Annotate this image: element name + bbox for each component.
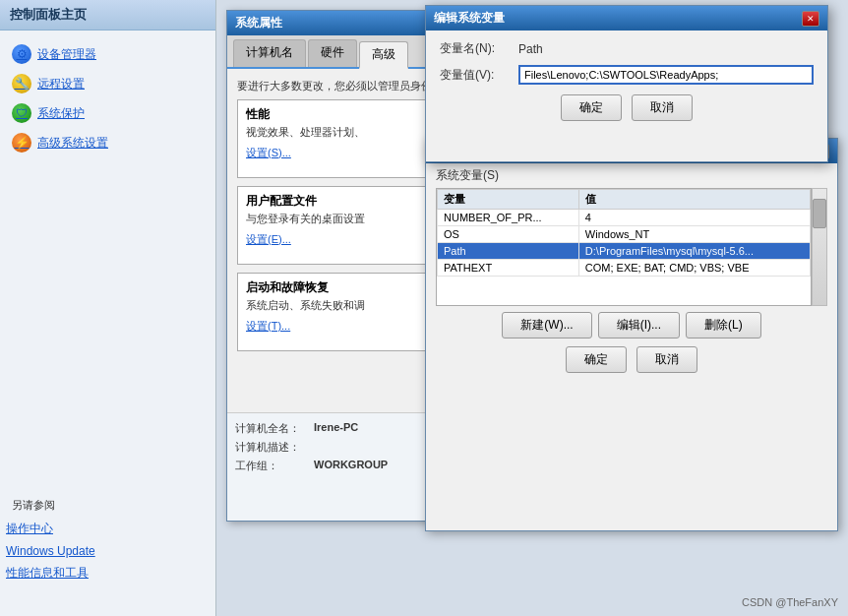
tab-hardware[interactable]: 硬件 <box>308 39 357 67</box>
sidebar-item-advanced[interactable]: ⚡ 高级系统设置 <box>6 129 210 156</box>
sys-var-table: 变量 值 NUMBER_OF_PR... 4 OS Windows_NT Pat… <box>437 189 811 277</box>
startup-link[interactable]: 设置(T)... <box>246 320 290 332</box>
var-value: 4 <box>578 210 810 226</box>
edit-ok-button[interactable]: 确定 <box>561 94 622 121</box>
var-name-row: 变量名(N): Path <box>440 40 814 57</box>
var-table-wrapper: 变量 值 NUMBER_OF_PR... 4 OS Windows_NT Pat… <box>436 188 827 306</box>
fullname-value: Irene-PC <box>314 421 358 436</box>
table-row[interactable]: NUMBER_OF_PR... 4 <box>438 210 811 226</box>
table-row[interactable]: OS Windows_NT <box>438 226 811 243</box>
edit-variable-dialog: 编辑系统变量 ✕ 变量名(N): Path 变量值(V): 确定 取消 <box>425 5 828 162</box>
link-performance[interactable]: 性能信息和工具 <box>6 563 95 584</box>
workgroup-value: WORKGROUP <box>314 459 388 473</box>
var-value-input[interactable] <box>518 65 814 85</box>
sys-prop-title: 系统属性 <box>235 15 282 31</box>
table-row[interactable]: PATHEXT COM; EXE; BAT; CMD; VBS; VBE <box>438 260 811 277</box>
table-scrollbar[interactable] <box>812 188 827 306</box>
col-variable: 变量 <box>438 190 579 210</box>
fullname-label: 计算机全名： <box>235 421 314 436</box>
var-value: COM; EXE; BAT; CMD; VBS; VBE <box>578 260 810 277</box>
cp-header: 控制面板主页 <box>0 0 215 31</box>
edit-var-titlebar: 编辑系统变量 ✕ <box>426 6 827 31</box>
cp-bottom-links: 另请参阅 操作中心 Windows Update 性能信息和工具 <box>6 490 95 586</box>
advanced-icon: ⚡ <box>12 133 31 153</box>
edit-cancel-button[interactable]: 取消 <box>632 94 693 121</box>
system-variables-window: 系统变量 _ □ ✕ 系统变量(S) 变量 值 NUMBER_OF_PR... … <box>425 138 838 531</box>
edit-button[interactable]: 编辑(I)... <box>598 312 680 339</box>
new-button[interactable]: 新建(W)... <box>502 312 591 339</box>
tab-advanced[interactable]: 高级 <box>359 41 408 69</box>
user-profile-link[interactable]: 设置(E)... <box>246 233 291 245</box>
sys-var-action-buttons: 新建(W)... 编辑(I)... 删除(L) <box>436 312 827 339</box>
sidebar-item-protection[interactable]: 🛡 系统保护 <box>6 99 210 127</box>
sidebar-item-label: 设备管理器 <box>37 46 96 63</box>
delete-button[interactable]: 删除(L) <box>686 312 761 339</box>
sv-cancel-button[interactable]: 取消 <box>636 346 697 373</box>
watermark: CSDN @TheFanXY <box>742 596 838 608</box>
cp-header-title: 控制面板主页 <box>10 7 87 22</box>
var-value-row: 变量值(V): <box>440 65 814 85</box>
edit-var-title: 编辑系统变量 <box>434 10 505 27</box>
link-windows-update[interactable]: Windows Update <box>6 542 95 560</box>
sidebar-item-label: 远程设置 <box>37 76 85 92</box>
var-name: OS <box>438 226 579 243</box>
device-manager-icon: ⚙ <box>12 44 31 64</box>
sys-var-section-label: 系统变量(S) <box>436 167 827 184</box>
link-action-center[interactable]: 操作中心 <box>6 519 95 539</box>
cp-nav: ⚙ 设备管理器 🔧 远程设置 🛡 系统保护 ⚡ 高级系统设置 <box>0 31 215 166</box>
var-name-label: 变量名(N): <box>440 40 518 57</box>
sv-ok-button[interactable]: 确定 <box>566 346 627 373</box>
desc-label: 计算机描述： <box>235 440 314 455</box>
another-see-label: 另请参阅 <box>6 490 95 515</box>
sidebar-item-device-manager[interactable]: ⚙ 设备管理器 <box>6 40 210 68</box>
sys-var-bottom-buttons: 确定 取消 <box>426 346 837 373</box>
workgroup-label: 工作组： <box>235 459 314 473</box>
var-name: NUMBER_OF_PR... <box>438 210 579 226</box>
protection-icon: 🛡 <box>12 103 31 123</box>
var-table-container: 变量 值 NUMBER_OF_PR... 4 OS Windows_NT Pat… <box>436 188 812 306</box>
sidebar-item-label: 高级系统设置 <box>37 135 108 152</box>
remote-icon: 🔧 <box>12 74 31 93</box>
var-name: PATHEXT <box>438 260 579 277</box>
edit-var-body: 变量名(N): Path 变量值(V): 确定 取消 <box>426 31 827 131</box>
table-row-selected[interactable]: Path D:\ProgramFiles\mysql\mysql-5.6... <box>438 243 811 260</box>
sidebar-item-label: 系统保护 <box>37 105 85 122</box>
performance-link-text[interactable]: 设置(S)... <box>246 147 291 158</box>
col-value: 值 <box>578 190 810 210</box>
sidebar-item-remote[interactable]: 🔧 远程设置 <box>6 70 210 97</box>
var-name: Path <box>438 243 579 260</box>
edit-close-button[interactable]: ✕ <box>802 11 819 27</box>
control-panel: 控制面板主页 ⚙ 设备管理器 🔧 远程设置 🛡 系统保护 ⚡ 高级系统设置 另请… <box>0 0 216 616</box>
edit-var-win-controls: ✕ <box>802 11 819 27</box>
var-name-display: Path <box>518 42 543 56</box>
var-value: D:\ProgramFiles\mysql\mysql-5.6... <box>578 243 810 260</box>
edit-var-buttons: 确定 取消 <box>440 94 814 121</box>
var-value: Windows_NT <box>578 226 810 243</box>
tab-computer-name[interactable]: 计算机名 <box>233 39 306 67</box>
var-value-label: 变量值(V): <box>440 67 518 84</box>
